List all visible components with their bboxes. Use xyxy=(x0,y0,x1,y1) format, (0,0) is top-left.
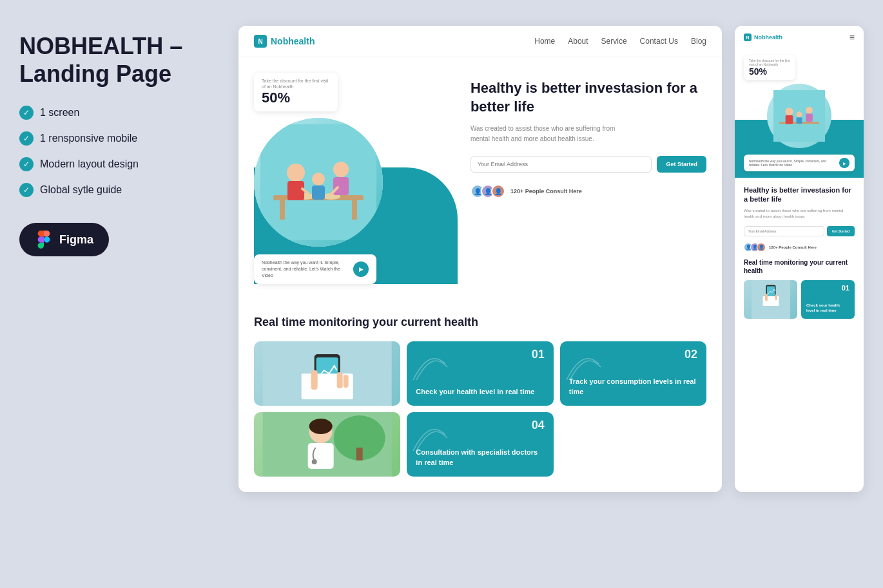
card-consultation: 04 Consultation with specialist doctors … xyxy=(407,412,553,477)
mobile-hero: Take the discount for the first visit of… xyxy=(735,49,864,178)
play-button[interactable]: ▶ xyxy=(353,261,369,277)
mobile-consult-count: 120+ People Consult Here xyxy=(769,245,817,249)
mobile-play-button[interactable]: ▶ xyxy=(839,158,849,168)
mobile-hero-image xyxy=(767,84,831,148)
email-row: Get Started xyxy=(471,156,706,173)
mobile-content: Healthy is better investasion for a bett… xyxy=(735,178,864,327)
svg-rect-25 xyxy=(308,443,334,469)
svg-point-10 xyxy=(312,173,325,185)
hero-description: Was created to assist those who are suff… xyxy=(471,124,625,144)
card-check-health: 01 Check your health level in real time xyxy=(407,341,553,406)
hero-headline: Healthy is better investasion for a bett… xyxy=(471,79,706,116)
email-input[interactable] xyxy=(471,156,652,173)
nav-about[interactable]: About xyxy=(568,37,588,46)
family-svg xyxy=(260,124,376,240)
mobile-hero-content: Take the discount for the first visit of… xyxy=(744,55,855,171)
family-image xyxy=(254,118,383,247)
doctor-svg xyxy=(254,412,400,477)
cards-grid: 01 Check your health level in real time … xyxy=(254,341,706,477)
hero-section: Take the discount for the first visit of… xyxy=(238,57,722,299)
svg-rect-41 xyxy=(775,294,777,300)
video-text: Nobhealth the way you want it. Simple, c… xyxy=(262,260,348,278)
mobile-logo-icon: N xyxy=(744,33,752,41)
svg-point-8 xyxy=(333,162,349,177)
svg-rect-35 xyxy=(797,117,802,124)
hero-left-content: Take the discount for the first visit of… xyxy=(254,73,458,284)
svg-rect-7 xyxy=(287,181,304,200)
card-1-number: 01 xyxy=(532,348,545,361)
mobile-card-1-label: Check your health level in real time xyxy=(806,303,849,314)
left-panel: NOBHEALTH – Landing Page ✓ 1 screen ✓ 1 … xyxy=(19,26,219,256)
check-icon-2: ✓ xyxy=(19,131,34,146)
video-card[interactable]: Nobhealth the way you want it. Simple, c… xyxy=(254,254,376,283)
nav-service[interactable]: Service xyxy=(601,37,627,46)
feature-item-2: ✓ 1 rensponsive mobile xyxy=(19,131,219,146)
svg-point-6 xyxy=(287,164,305,182)
mobile-consult-row: 👤 👤 👤 120+ People Consult Here xyxy=(744,243,855,252)
nav-home[interactable]: Home xyxy=(534,37,555,46)
card-doctor xyxy=(254,412,400,477)
mobile-discount-badge: Take the discount for the first visit of… xyxy=(744,55,795,80)
svg-point-26 xyxy=(312,459,317,464)
main-title: NOBHEALTH – Landing Page xyxy=(19,32,219,88)
mobile-preview: N Nobhealth ≡ Take the discount for the … xyxy=(735,26,864,492)
mobile-phone-svg xyxy=(752,280,790,319)
feature-item-4: ✓ Global sytle guide xyxy=(19,183,219,197)
card-1-label: Check your health level in real time xyxy=(416,387,544,397)
svg-rect-20 xyxy=(344,375,349,388)
discount-percent: 50% xyxy=(262,90,330,106)
consult-count: 120+ People Consult Here xyxy=(510,188,582,194)
hamburger-icon[interactable]: ≡ xyxy=(849,32,855,43)
card-4-number: 04 xyxy=(532,419,545,432)
hero-right: Healthy is better investasion for a bett… xyxy=(471,73,706,284)
nav-blog[interactable]: Blog xyxy=(691,37,706,46)
mobile-email-input[interactable] xyxy=(744,226,824,236)
hero-image xyxy=(254,118,383,247)
mobile-email-row: Get Started xyxy=(744,226,855,236)
nav-links: Home About Service Contact Us Blog xyxy=(534,37,706,46)
mobile-section-title: Real time monitoring your current health xyxy=(744,258,855,275)
discount-badge: Take the discount for the first visit of… xyxy=(254,73,338,111)
nav-logo: N Nobhealth xyxy=(254,35,315,48)
mobile-card-phone xyxy=(744,280,797,319)
mobile-avatar-stack: 👤 👤 👤 xyxy=(744,243,766,252)
svg-point-30 xyxy=(785,108,793,115)
feature-item-3: ✓ Modern layout design xyxy=(19,157,219,171)
mobile-get-started-button[interactable]: Get Started xyxy=(827,226,855,236)
svg-rect-2 xyxy=(280,200,285,220)
svg-rect-9 xyxy=(333,177,349,195)
svg-rect-19 xyxy=(337,372,343,388)
svg-rect-11 xyxy=(312,185,325,200)
svg-rect-3 xyxy=(352,200,357,220)
figma-icon xyxy=(35,231,53,249)
card-2-number: 02 xyxy=(684,348,697,361)
figma-label: Figma xyxy=(59,233,93,247)
svg-rect-18 xyxy=(311,370,318,390)
arc-deco-3 xyxy=(410,415,449,454)
svg-rect-33 xyxy=(806,113,813,121)
discount-small-text: Take the discount for the first visit of… xyxy=(262,78,330,90)
check-icon-3: ✓ xyxy=(19,157,34,171)
check-icon-4: ✓ xyxy=(19,183,34,197)
monitoring-section: Real time monitoring your current health xyxy=(238,299,722,492)
mobile-headline: Healthy is better investasion for a bett… xyxy=(744,185,855,204)
arc-deco-2 xyxy=(563,345,602,383)
mobile-avatar-3: 👤 xyxy=(757,243,766,252)
nav-contact[interactable]: Contact Us xyxy=(640,37,678,46)
figma-button[interactable]: Figma xyxy=(19,223,109,256)
svg-rect-40 xyxy=(765,294,768,301)
svg-point-34 xyxy=(797,111,802,117)
mobile-card-1-number: 01 xyxy=(842,284,849,292)
get-started-button[interactable]: Get Started xyxy=(657,156,706,173)
mobile-family-svg xyxy=(773,90,825,142)
main-preview: N Nobhealth Home About Service Contact U… xyxy=(238,26,864,492)
section-title: Real time monitoring your current health xyxy=(254,315,706,330)
feature-list: ✓ 1 screen ✓ 1 rensponsive mobile ✓ Mode… xyxy=(19,106,219,197)
mobile-video-card[interactable]: Nobhealth the way you want it. Simple, c… xyxy=(744,155,855,171)
hero-left: Take the discount for the first visit of… xyxy=(254,73,458,284)
phone-svg xyxy=(254,341,400,406)
card-phone xyxy=(254,341,400,406)
logo-icon: N xyxy=(254,35,267,48)
avatar-3: 👤 xyxy=(491,184,505,198)
check-icon-1: ✓ xyxy=(19,106,34,120)
